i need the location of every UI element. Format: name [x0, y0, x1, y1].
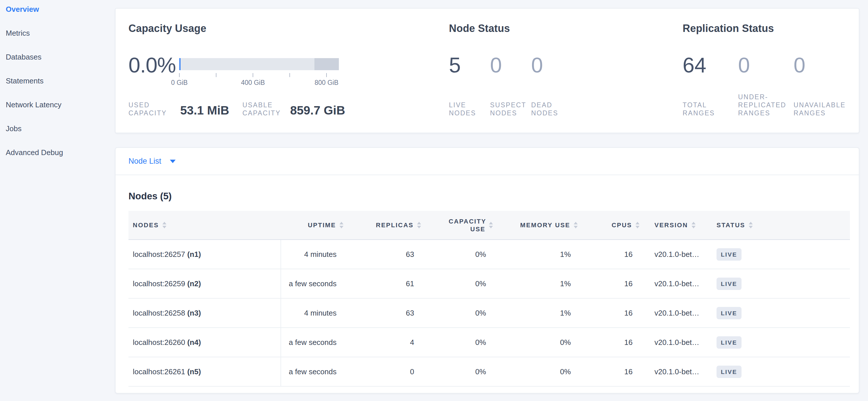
table-row[interactable]: localhost:26260 (n4)a few seconds40%0%16…: [128, 328, 850, 357]
capacity-bar-used-segment: [179, 58, 181, 70]
capacity-usage-section: Capacity Usage 0.0% 0 GiB400 GiB800 GiB …: [128, 9, 445, 133]
column-header-replicas[interactable]: REPLICAS: [347, 211, 425, 239]
sidebar: OverviewMetricsDatabasesStatementsNetwor…: [0, 5, 115, 172]
capacity-used-percent: 0.0%: [128, 54, 176, 77]
table-row[interactable]: localhost:26257 (n1)4 minutes630%1%16v20…: [128, 239, 850, 269]
cell-memory-use: 1%: [496, 239, 581, 269]
capacity-bar-other-segment: [314, 58, 339, 70]
suspect-nodes-count: 0: [490, 54, 531, 77]
used-capacity-value: 53.1 MiB: [180, 105, 229, 116]
sort-ascending-icon: [749, 222, 753, 224]
capacity-bar-chart: 0 GiB400 GiB800 GiB: [179, 58, 339, 70]
cell-version: v20.1.0-bet…: [643, 269, 712, 298]
cell-uptime: 4 minutes: [281, 298, 347, 328]
capacity-usage-title: Capacity Usage: [128, 23, 206, 34]
sidebar-item-metrics[interactable]: Metrics: [0, 28, 115, 52]
sort-arrows-icon: [162, 222, 166, 228]
sidebar-item-advanced-debug[interactable]: Advanced Debug: [0, 148, 115, 172]
replication-status-section: Replication Status 6400 TOTAL RANGESUNDE…: [683, 9, 858, 133]
sidebar-item-databases[interactable]: Databases: [0, 52, 115, 76]
column-header-label: STATUS: [716, 222, 745, 229]
node-list-selector[interactable]: Node List: [116, 148, 859, 175]
cell-capacity-use: 0%: [425, 328, 496, 357]
sort-descending-icon: [162, 226, 166, 228]
cell-capacity-use: 0%: [425, 239, 496, 269]
axis-tick: [289, 73, 290, 77]
cell-status: LIVE: [712, 298, 850, 328]
sort-ascending-icon: [417, 222, 421, 224]
cell-node-name[interactable]: localhost:26260 (n4): [128, 328, 281, 357]
cell-node-name[interactable]: localhost:26259 (n2): [128, 269, 281, 298]
cell-replicas: 4: [347, 328, 425, 357]
column-header-cpus[interactable]: CPUS: [581, 211, 643, 239]
table-header-row: NODESUPTIMEREPLICASCAPACITY USEMEMORY US…: [128, 211, 850, 239]
axis-tick: [179, 73, 180, 77]
replication-status-title: Replication Status: [683, 23, 774, 34]
column-header-capacity-use[interactable]: CAPACITY USE: [425, 211, 496, 239]
sort-descending-icon: [574, 226, 578, 228]
cell-replicas: 0: [347, 357, 425, 386]
status-badge: LIVE: [716, 336, 742, 349]
column-header-status[interactable]: STATUS: [712, 211, 850, 239]
sidebar-item-network-latency[interactable]: Network Latency: [0, 100, 115, 124]
sort-descending-icon: [691, 226, 695, 228]
cell-cpus: 16: [581, 269, 643, 298]
cell-node-name[interactable]: localhost:26257 (n1): [128, 239, 281, 269]
sort-ascending-icon: [691, 222, 695, 224]
cell-capacity-use: 0%: [425, 269, 496, 298]
column-header-version[interactable]: VERSION: [643, 211, 712, 239]
sort-descending-icon: [489, 226, 493, 228]
node-list-selector-label[interactable]: Node List: [128, 157, 161, 166]
cell-node-name[interactable]: localhost:26258 (n3): [128, 298, 281, 328]
replication-status-values: 6400: [683, 54, 849, 77]
unavailable-ranges-count: 0: [794, 54, 849, 77]
usable-capacity-label: USABLE CAPACITY: [242, 101, 284, 117]
column-header-uptime[interactable]: UPTIME: [281, 211, 347, 239]
sidebar-item-overview[interactable]: Overview: [0, 5, 115, 28]
sort-ascending-icon: [489, 222, 493, 224]
table-row[interactable]: localhost:26258 (n3)4 minutes630%1%16v20…: [128, 298, 850, 328]
table-row[interactable]: localhost:26259 (n2)a few seconds610%1%1…: [128, 269, 850, 298]
column-header-node[interactable]: NODES: [128, 211, 281, 239]
status-badge: LIVE: [716, 248, 742, 261]
column-header-memory-use[interactable]: MEMORY USE: [496, 211, 581, 239]
cell-memory-use: 1%: [496, 269, 581, 298]
axis-tick: [216, 73, 216, 77]
cell-memory-use: 1%: [496, 298, 581, 328]
capacity-axis-labels: 0 GiB400 GiB800 GiB: [179, 79, 339, 87]
cell-status: LIVE: [712, 328, 850, 357]
total-ranges-count: 64: [683, 54, 738, 77]
node-id: (n3): [187, 309, 201, 317]
sort-ascending-icon: [574, 222, 578, 224]
cell-uptime: a few seconds: [281, 328, 347, 357]
replication-status-labels: TOTAL RANGESUNDER-REPLICATED RANGESUNAVA…: [683, 92, 849, 117]
status-badge: LIVE: [716, 307, 742, 319]
sort-ascending-icon: [339, 222, 343, 224]
sort-descending-icon: [749, 226, 753, 228]
column-header-label: REPLICAS: [376, 222, 413, 229]
cell-status: LIVE: [712, 269, 850, 298]
chevron-down-icon: [170, 160, 176, 163]
used-capacity-label: USED CAPACITY: [128, 101, 175, 117]
axis-tick: [253, 73, 253, 77]
capacity-axis-ticks: [179, 73, 339, 78]
node-id: (n1): [187, 250, 201, 259]
cell-node-name[interactable]: localhost:26261 (n5): [128, 357, 281, 386]
sort-arrows-icon: [749, 222, 753, 228]
dead-nodes-label: DEAD NODES: [531, 101, 572, 117]
sidebar-item-statements[interactable]: Statements: [0, 76, 115, 100]
column-header-label: MEMORY USE: [520, 222, 570, 229]
capacity-bar-track: [179, 58, 339, 70]
cell-replicas: 61: [347, 269, 425, 298]
sort-descending-icon: [417, 226, 421, 228]
node-status-values: 500: [449, 54, 572, 77]
sort-arrows-icon: [339, 222, 343, 228]
sort-descending-icon: [636, 226, 640, 228]
table-row[interactable]: localhost:26261 (n5)a few seconds00%0%16…: [128, 357, 850, 386]
nodes-table-container: Nodes (5) NODESUPTIMEREPLICASCAPACITY US…: [116, 191, 859, 386]
node-id: (n4): [187, 338, 201, 347]
total-ranges-label: TOTAL RANGES: [683, 101, 738, 117]
cell-memory-use: 0%: [496, 357, 581, 386]
sidebar-item-jobs[interactable]: Jobs: [0, 124, 115, 148]
node-status-section: Node Status 500 LIVE NODESSUSPECT NODESD…: [449, 9, 679, 133]
